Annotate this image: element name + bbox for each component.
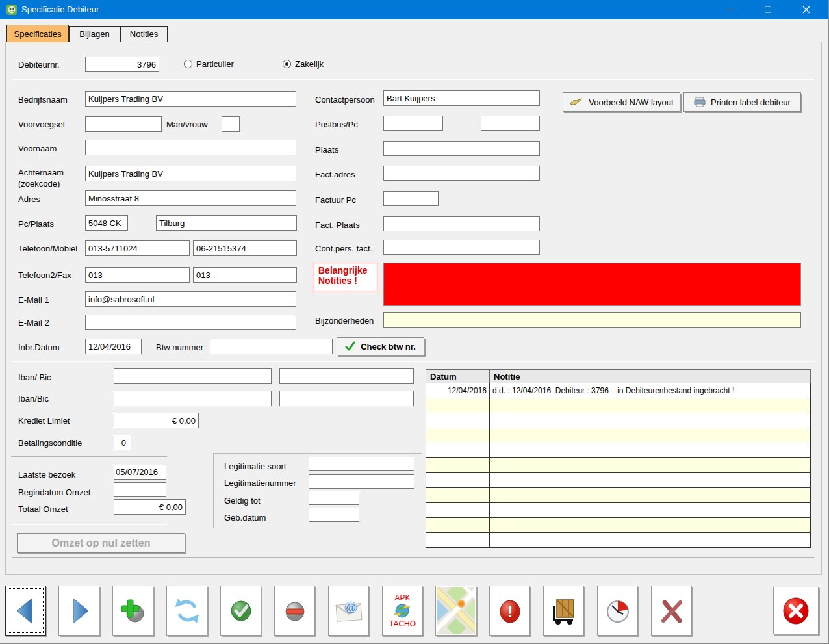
achternaam-sub-label: (zoekcode) <box>18 179 60 188</box>
notes-table-row[interactable] <box>426 398 811 413</box>
delete-record-button[interactable] <box>274 586 315 636</box>
separator <box>12 79 815 80</box>
maximize-button[interactable] <box>753 0 783 19</box>
notes-table-row[interactable] <box>426 443 811 458</box>
notes-cell-notitie <box>490 458 811 473</box>
totaal-omzet-field[interactable] <box>114 499 186 515</box>
email2-field[interactable] <box>85 315 296 330</box>
inbr-datum-field[interactable] <box>85 339 142 354</box>
tab-label: Specificaties <box>14 29 62 39</box>
plaats2-field[interactable] <box>383 141 540 156</box>
factuur-pc-field[interactable] <box>383 191 439 206</box>
alert-button[interactable]: ! <box>489 586 530 636</box>
begindatum-omzet-field[interactable] <box>114 482 166 497</box>
postbus-pc-label: Postbus/Pc <box>315 120 358 129</box>
belangrijke-notities-field[interactable] <box>383 263 801 306</box>
voorvoegsel-field[interactable] <box>85 116 162 132</box>
fact-plaats-field[interactable] <box>383 216 540 231</box>
fax-field[interactable] <box>193 267 297 283</box>
debiteurnr-field[interactable] <box>85 57 159 72</box>
notes-cell-notitie <box>490 413 811 428</box>
notes-table-row[interactable] <box>426 533 811 548</box>
apk-tacho-globe-icon <box>393 602 411 619</box>
contactpersoon-field[interactable] <box>383 90 540 106</box>
notes-table-row[interactable] <box>426 518 811 533</box>
notes-table-row[interactable] <box>426 428 811 443</box>
notes-table-row[interactable] <box>426 458 811 473</box>
laatste-bezoek-label: Laatste bezoek <box>18 470 75 480</box>
geldig-tot-field[interactable] <box>309 491 359 505</box>
add-record-button[interactable] <box>112 586 153 636</box>
laatste-bezoek-field[interactable] <box>114 465 166 480</box>
btw-nummer-field[interactable] <box>210 339 333 354</box>
adres-field[interactable] <box>85 190 296 206</box>
notes-table-row[interactable] <box>426 473 811 488</box>
legitimatienummer-field[interactable] <box>309 474 414 489</box>
legitimatienummer-label: Legitimatienummer <box>224 478 296 488</box>
plaats-field[interactable] <box>156 215 297 231</box>
apk-tacho-button[interactable]: APK TACHO <box>382 586 423 636</box>
minimize-button[interactable] <box>715 0 745 19</box>
tab-specificaties[interactable]: Specificaties <box>6 25 69 42</box>
man-vrouw-field[interactable] <box>222 116 240 132</box>
radio-zakelijk[interactable]: Zakelijk <box>283 59 324 69</box>
email1-field[interactable] <box>85 291 296 307</box>
cont-pers-fact-label: Cont.pers. fact. <box>315 244 372 253</box>
email-button[interactable]: @ <box>328 586 369 636</box>
telefoon2-field[interactable] <box>85 267 190 283</box>
map-button[interactable] <box>435 586 476 636</box>
radio-particulier[interactable]: Particulier <box>184 59 234 69</box>
betalingsconditie-field[interactable] <box>114 435 131 450</box>
voorbeeld-naw-button[interactable]: Voorbeeld NAW layout <box>563 92 680 112</box>
notes-table-row[interactable] <box>426 413 811 428</box>
iban1-field[interactable] <box>114 368 272 384</box>
nav-next-button[interactable] <box>58 586 99 636</box>
contactpersoon-label: Contactpersoon <box>315 95 375 105</box>
close-window-button[interactable] <box>791 0 821 19</box>
printen-label-button[interactable]: Printen label debiteur <box>683 92 801 112</box>
notes-cell-notitie <box>490 488 811 503</box>
achternaam-field[interactable] <box>85 166 296 181</box>
notes-table-row[interactable] <box>426 503 811 518</box>
printen-label-label: Printen label debiteur <box>711 97 791 107</box>
tab-label: Bijlagen <box>79 29 109 39</box>
fact-adres-field[interactable] <box>383 166 540 181</box>
nav-previous-button[interactable] <box>5 586 46 636</box>
notes-table-row[interactable] <box>426 488 811 503</box>
check-btw-button[interactable]: Check btw nr. <box>337 337 424 355</box>
save-confirm-button[interactable] <box>220 586 261 636</box>
notes-cell-datum <box>426 443 490 458</box>
man-vrouw-label: Man/vrouw <box>166 120 208 129</box>
separator <box>11 524 167 525</box>
tab-notities[interactable]: Notities <box>120 26 168 42</box>
close-form-button[interactable] <box>773 587 819 634</box>
notes-table-row[interactable]: 12/04/2016d.d. : 12/04/2016 Debiteur : 3… <box>426 383 811 398</box>
voornaam-field[interactable] <box>85 140 296 155</box>
app-icon <box>6 4 18 16</box>
bijzonderheden-label: Bijzonderheden <box>315 316 374 326</box>
clock-button[interactable] <box>597 586 638 636</box>
tab-label: Notities <box>130 29 158 39</box>
omzet-nul-button[interactable]: Omzet op nul zetten <box>17 533 185 553</box>
legitimatie-soort-field[interactable] <box>309 457 414 471</box>
crate-handtruck-button[interactable] <box>543 586 584 636</box>
geb-datum-field[interactable] <box>309 508 359 522</box>
cancel-button[interactable] <box>651 586 692 636</box>
krediet-limiet-field[interactable] <box>114 413 199 428</box>
inbr-datum-label: Inbr.Datum <box>18 342 60 352</box>
bic2-field[interactable] <box>279 391 414 406</box>
refresh-button[interactable] <box>166 586 207 636</box>
cont-pers-fact-field[interactable] <box>383 240 540 255</box>
bijzonderheden-field[interactable] <box>383 312 801 328</box>
email1-label: E-Mail 1 <box>18 295 49 305</box>
mobiel-field[interactable] <box>193 240 297 256</box>
postcode-field[interactable] <box>85 215 128 231</box>
tab-bijlagen[interactable]: Bijlagen <box>69 26 120 42</box>
bic1-field[interactable] <box>279 368 414 384</box>
iban2-field[interactable] <box>114 391 272 406</box>
postbus-pc-field[interactable] <box>481 116 540 131</box>
belangrijke-notities-label: Belangrijke Notities ! <box>314 263 377 292</box>
telefoon-field[interactable] <box>85 240 190 256</box>
bedrijfsnaam-field[interactable] <box>85 91 296 107</box>
postbus-field[interactable] <box>383 116 443 131</box>
